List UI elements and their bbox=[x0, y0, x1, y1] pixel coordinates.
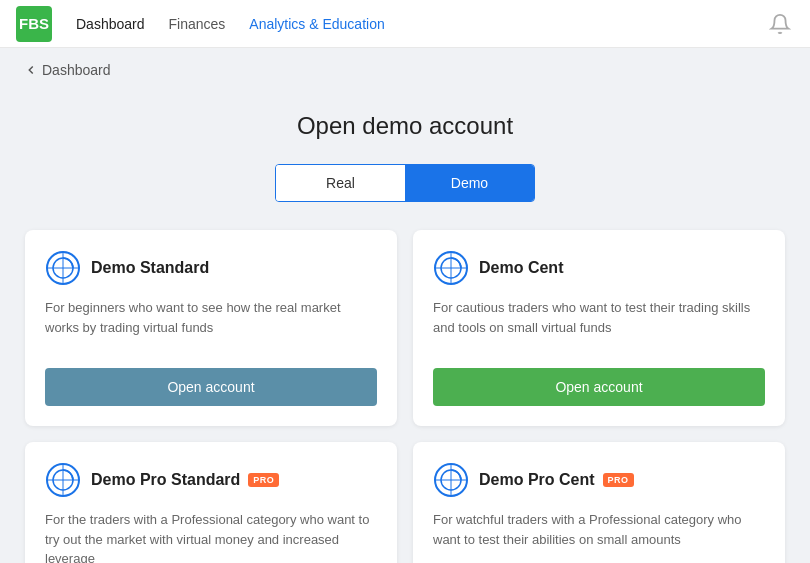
back-arrow-icon bbox=[24, 63, 38, 77]
toggle-group: Real Demo bbox=[275, 164, 535, 202]
breadcrumb-bar: Dashboard bbox=[0, 48, 810, 92]
account-type-icon-3 bbox=[45, 462, 81, 498]
card-title-demo-cent: Demo Cent bbox=[479, 259, 563, 277]
navbar: FBS Dashboard Finances Analytics & Educa… bbox=[0, 0, 810, 48]
nav-finances[interactable]: Finances bbox=[169, 16, 226, 32]
card-desc-demo-standard: For beginners who want to see how the re… bbox=[45, 298, 377, 352]
account-type-icon-4 bbox=[433, 462, 469, 498]
card-desc-demo-cent: For cautious traders who want to test th… bbox=[433, 298, 765, 352]
pro-badge-cent: PRO bbox=[603, 473, 634, 487]
nav-right bbox=[766, 10, 794, 38]
pro-badge-standard: PRO bbox=[248, 473, 279, 487]
card-desc-demo-pro-standard: For the traders with a Professional cate… bbox=[45, 510, 377, 563]
toggle-real[interactable]: Real bbox=[276, 165, 405, 201]
card-demo-cent: Demo Cent For cautious traders who want … bbox=[413, 230, 785, 426]
fbs-logo: FBS bbox=[16, 6, 52, 42]
card-title-demo-pro-standard: Demo Pro Standard PRO bbox=[91, 471, 279, 489]
account-type-icon bbox=[45, 250, 81, 286]
card-header-demo-standard: Demo Standard bbox=[45, 250, 377, 286]
card-header-demo-pro-standard: Demo Pro Standard PRO bbox=[45, 462, 377, 498]
card-header-demo-cent: Demo Cent bbox=[433, 250, 765, 286]
main-content: Open demo account Real Demo Demo Standar… bbox=[0, 112, 810, 563]
card-desc-demo-pro-cent: For watchful traders with a Professional… bbox=[433, 510, 765, 563]
card-title-demo-pro-cent: Demo Pro Cent PRO bbox=[479, 471, 634, 489]
card-demo-standard: Demo Standard For beginners who want to … bbox=[25, 230, 397, 426]
notification-icon[interactable] bbox=[766, 10, 794, 38]
cards-grid: Demo Standard For beginners who want to … bbox=[25, 230, 785, 563]
card-title-demo-standard: Demo Standard bbox=[91, 259, 209, 277]
toggle-demo[interactable]: Demo bbox=[405, 165, 534, 201]
nav-analytics[interactable]: Analytics & Education bbox=[249, 16, 384, 32]
breadcrumb-back[interactable]: Dashboard bbox=[24, 62, 111, 78]
breadcrumb-label: Dashboard bbox=[42, 62, 111, 78]
account-type-toggle: Real Demo bbox=[24, 164, 786, 202]
card-demo-pro-cent: Demo Pro Cent PRO For watchful traders w… bbox=[413, 442, 785, 563]
open-account-demo-cent[interactable]: Open account bbox=[433, 368, 765, 406]
nav-links: Dashboard Finances Analytics & Education bbox=[76, 16, 742, 32]
nav-dashboard[interactable]: Dashboard bbox=[76, 16, 145, 32]
card-header-demo-pro-cent: Demo Pro Cent PRO bbox=[433, 462, 765, 498]
account-type-icon-2 bbox=[433, 250, 469, 286]
card-demo-pro-standard: Demo Pro Standard PRO For the traders wi… bbox=[25, 442, 397, 563]
open-account-demo-standard[interactable]: Open account bbox=[45, 368, 377, 406]
page-title: Open demo account bbox=[24, 112, 786, 140]
